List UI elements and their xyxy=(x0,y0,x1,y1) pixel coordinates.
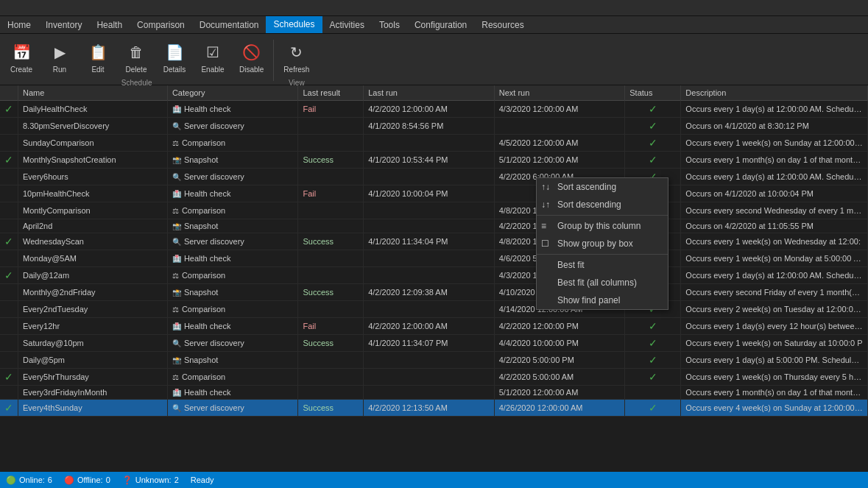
table-row[interactable]: Every6hours🔍Server discovery4/2/2020 6:0… xyxy=(0,169,868,185)
row-checkbox-8[interactable]: ✓ xyxy=(0,233,18,250)
toolbar-divider-1 xyxy=(273,40,274,81)
col-header-check[interactable] xyxy=(0,85,18,101)
ctx-item-0[interactable]: ↑↓Sort ascending xyxy=(537,178,668,196)
row-checkbox-2[interactable] xyxy=(0,135,18,152)
row-status-2: ✓ xyxy=(625,135,681,152)
col-header-last_run[interactable]: Last run xyxy=(364,85,495,101)
col-header-name[interactable]: Name xyxy=(18,85,168,101)
row-next-run-16: 4/2/2020 5:00:00 AM xyxy=(494,369,625,386)
row-last-run-9 xyxy=(364,250,495,267)
row-next-run-2: 4/5/2020 12:00:00 AM xyxy=(494,135,625,152)
ctx-item-1[interactable]: ↓↑Sort descending xyxy=(537,196,668,213)
table-row[interactable]: Every2ndTuesday⚖Comparison4/14/2020 12:0… xyxy=(0,301,868,318)
row-checkbox-12[interactable] xyxy=(0,301,18,318)
details-icon: 📄 xyxy=(163,40,186,64)
menu-item-activities[interactable]: Activities xyxy=(322,16,372,33)
checkbox-checked: ✓ xyxy=(4,154,13,166)
status-check: ✓ xyxy=(649,154,657,166)
status-check: ✓ xyxy=(649,337,657,349)
menu-item-documentation[interactable]: Documentation xyxy=(192,16,267,33)
ctx-label-4: Best fit xyxy=(557,260,585,270)
category-icon: 🔍 xyxy=(172,173,181,181)
status-ready: Ready xyxy=(191,475,214,484)
delete-button[interactable]: 🗑Delete xyxy=(118,37,155,77)
table-row[interactable]: Monday@5AM🏥Health check4/6/2020 5:00:00 … xyxy=(0,250,868,267)
table-row[interactable]: ✓DailyHealthCheck🏥Health checkFail4/2/20… xyxy=(0,101,868,118)
row-checkbox-18[interactable]: ✓ xyxy=(0,400,18,417)
edit-button[interactable]: 📋Edit xyxy=(80,37,116,77)
row-last-run-18: 4/2/2020 12:13:50 AM xyxy=(364,400,495,417)
row-category-18: 🔍Server discovery xyxy=(167,400,298,417)
row-last-run-5: 4/1/2020 10:00:04 PM xyxy=(364,185,495,202)
row-checkbox-6[interactable] xyxy=(0,202,18,219)
menu-item-health[interactable]: Health xyxy=(89,16,130,33)
refresh-button[interactable]: ↻Refresh xyxy=(277,37,316,77)
table-row[interactable]: ✓Every4thSunday🔍Server discoverySuccess4… xyxy=(0,400,868,417)
table-row[interactable]: 10pmHealthCheck🏥Health checkFail4/1/2020… xyxy=(0,185,868,202)
row-checkbox-11[interactable] xyxy=(0,284,18,301)
menu-item-tools[interactable]: Tools xyxy=(372,16,407,33)
col-header-last_result[interactable]: Last result xyxy=(298,85,364,101)
table-row[interactable]: 8.30pmServerDiscovery🔍Server discovery4/… xyxy=(0,118,868,135)
row-checkbox-15[interactable] xyxy=(0,352,18,369)
table-row[interactable]: ✓WednesdayScan🔍Server discoverySuccess4/… xyxy=(0,233,868,250)
ctx-label-0: Sort ascending xyxy=(557,182,616,192)
table-row[interactable]: ✓MonthlySnapshotCreation📸SnapshotSuccess… xyxy=(0,152,868,169)
row-checkbox-10[interactable]: ✓ xyxy=(0,267,18,284)
menu-item-resources[interactable]: Resources xyxy=(474,16,531,33)
row-description-13: Occurs every 1 day(s) every 12 hour(s) b… xyxy=(681,318,868,335)
row-category-10: ⚖Comparison xyxy=(167,267,298,284)
ctx-item-4[interactable]: Best fit xyxy=(537,256,668,274)
row-last-run-13: 4/2/2020 12:00:00 AM xyxy=(364,318,495,335)
col-header-category[interactable]: Category xyxy=(167,85,298,101)
row-category-8: 🔍Server discovery xyxy=(167,233,298,250)
enable-button[interactable]: ☑Enable xyxy=(194,37,231,77)
table-row[interactable]: Saturday@10pm🔍Server discoverySuccess4/1… xyxy=(0,335,868,352)
col-header-next_run[interactable]: Next run xyxy=(494,85,625,101)
col-header-status[interactable]: Status xyxy=(625,85,681,101)
disable-button[interactable]: 🚫Disable xyxy=(233,37,270,77)
row-checkbox-17[interactable] xyxy=(0,386,18,400)
ctx-item-2[interactable]: ≡Group by this column xyxy=(537,217,668,235)
menu-item-home[interactable]: Home xyxy=(0,16,38,33)
row-description-0: Occurs every 1 day(s) at 12:00:00 AM. Sc… xyxy=(681,101,868,118)
menu-item-schedules[interactable]: Schedules xyxy=(266,16,322,33)
row-checkbox-5[interactable] xyxy=(0,185,18,202)
table-row[interactable]: Every3rdFridayInMonth🏥Health check5/1/20… xyxy=(0,386,868,400)
table-row[interactable]: ✓Every5hrThursday⚖Comparison4/2/2020 5:0… xyxy=(0,369,868,386)
ctx-item-6[interactable]: Show find panel xyxy=(537,291,668,309)
table-row[interactable]: ✓Daily@12am⚖Comparison4/3/2020 12:00:00 … xyxy=(0,267,868,284)
ctx-label-6: Show find panel xyxy=(557,295,620,305)
status-online: 🟢 Online: 6 xyxy=(6,475,52,485)
row-last-result-0: Fail xyxy=(298,101,364,118)
row-description-14: Occurs every 1 week(s) on Saturday at 10… xyxy=(681,335,868,352)
row-status-1: ✓ xyxy=(625,118,681,135)
create-button[interactable]: 📅Create xyxy=(3,37,40,77)
row-last-run-7 xyxy=(364,219,495,233)
row-checkbox-4[interactable] xyxy=(0,169,18,185)
row-checkbox-13[interactable] xyxy=(0,318,18,335)
table-row[interactable]: Daily@5pm📸Snapshot4/2/2020 5:00:00 PM✓Oc… xyxy=(0,352,868,369)
row-last-run-17 xyxy=(364,386,495,400)
menu-item-inventory[interactable]: Inventory xyxy=(38,16,89,33)
table-row[interactable]: SundayComparison⚖Comparison4/5/2020 12:0… xyxy=(0,135,868,152)
details-button[interactable]: 📄Details xyxy=(156,37,193,77)
run-button[interactable]: ▶Run xyxy=(41,37,78,77)
row-checkbox-16[interactable]: ✓ xyxy=(0,369,18,386)
row-checkbox-9[interactable] xyxy=(0,250,18,267)
table-row[interactable]: Monthly@2ndFriday📸SnapshotSuccess4/2/202… xyxy=(0,284,868,301)
ctx-item-3[interactable]: ☐Show group by box xyxy=(537,235,668,252)
row-checkbox-7[interactable] xyxy=(0,219,18,233)
row-checkbox-3[interactable]: ✓ xyxy=(0,152,18,169)
ctx-item-5[interactable]: Best fit (all columns) xyxy=(537,274,668,291)
table-row[interactable]: Every12hr🏥Health checkFail4/2/2020 12:00… xyxy=(0,318,868,335)
menu-item-comparison[interactable]: Comparison xyxy=(130,16,192,33)
menu-item-configuration[interactable]: Configuration xyxy=(407,16,474,33)
row-checkbox-1[interactable] xyxy=(0,118,18,135)
table-row[interactable]: April2nd📸Snapshot4/2/2020 11:05:56 PMOcc… xyxy=(0,219,868,233)
row-checkbox-14[interactable] xyxy=(0,335,18,352)
col-header-description[interactable]: Description xyxy=(681,85,868,101)
row-checkbox-0[interactable]: ✓ xyxy=(0,101,18,118)
table-row[interactable]: MontlyComparison⚖Comparison4/8/2020 12:0… xyxy=(0,202,868,219)
grid-container[interactable]: NameCategoryLast resultLast runNext runS… xyxy=(0,85,868,472)
